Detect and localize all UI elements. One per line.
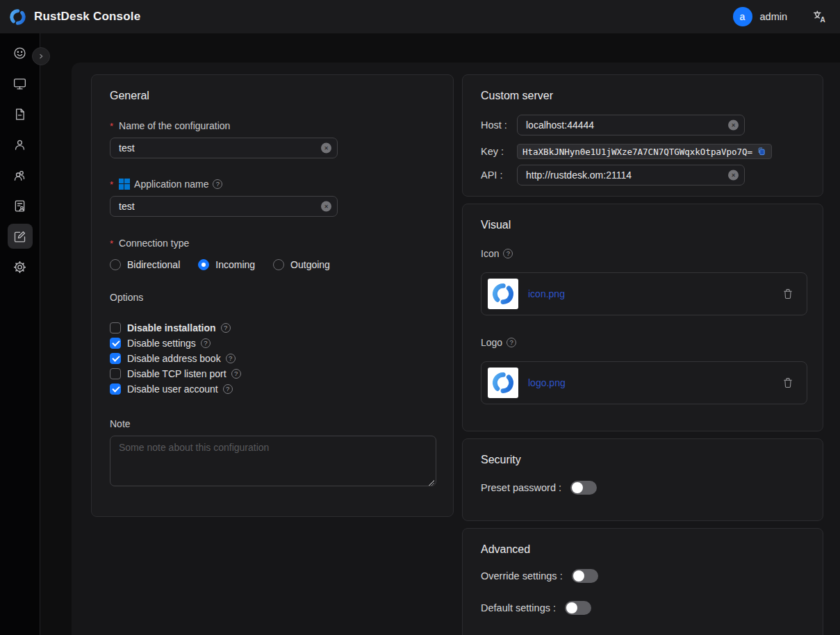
sidebar-item-documents[interactable] <box>8 101 33 126</box>
rustdesk-logo-icon <box>491 281 516 306</box>
options-list: Disable installation ? Disable settings … <box>110 320 435 397</box>
help-icon[interactable]: ? <box>503 249 513 258</box>
help-icon[interactable]: ? <box>213 179 222 189</box>
clear-icon[interactable]: ✕ <box>321 201 331 212</box>
help-icon[interactable]: ? <box>201 338 211 348</box>
visual-card: Visual Icon ? icon.png <box>462 204 823 431</box>
check-disable-installation[interactable]: Disable installation ? <box>110 320 435 336</box>
help-icon[interactable]: ? <box>223 384 233 394</box>
clear-icon[interactable]: ✕ <box>321 143 331 154</box>
radio-bidirectional[interactable]: Bidirectional <box>110 259 180 270</box>
document-user-icon <box>13 199 27 213</box>
radio-dot <box>273 259 284 270</box>
general-card: General Name of the configuration ✕ Appl… <box>91 74 454 517</box>
radio-incoming[interactable]: Incoming <box>198 259 255 270</box>
config-name-input[interactable] <box>110 138 338 158</box>
help-icon[interactable]: ? <box>231 369 241 379</box>
checkbox <box>110 338 121 349</box>
icon-thumbnail <box>488 279 518 309</box>
translate-icon[interactable]: A <box>812 9 827 24</box>
icon-file-box: icon.png <box>481 272 807 315</box>
override-settings-label: Override settings : <box>481 570 563 582</box>
sidebar-item-groups[interactable] <box>8 163 33 188</box>
user-avatar[interactable]: a <box>733 7 752 26</box>
rustdesk-logo-icon <box>491 370 516 395</box>
edit-icon <box>13 229 27 244</box>
gear-icon <box>13 260 27 274</box>
app-name-input[interactable] <box>110 196 338 217</box>
api-input-wrap: ✕ <box>517 165 745 185</box>
rustdesk-logo-icon <box>8 8 27 26</box>
options-label: Options <box>110 291 435 304</box>
override-settings-toggle[interactable] <box>572 569 598 583</box>
toggle-knob <box>572 482 583 493</box>
check-disable-tcp-listen-port[interactable]: Disable TCP listen port ? <box>110 366 435 381</box>
checkbox <box>110 322 121 333</box>
checkbox <box>110 368 121 379</box>
icon-label: Icon ? <box>481 247 805 260</box>
default-settings-toggle[interactable] <box>565 601 591 615</box>
logo-thumbnail <box>488 368 518 398</box>
clear-icon[interactable]: ✕ <box>728 120 739 131</box>
copy-icon[interactable] <box>757 147 766 156</box>
document-icon <box>13 107 27 122</box>
sidebar-item-custom-client[interactable] <box>8 224 33 249</box>
sidebar-item-devices[interactable] <box>8 71 33 96</box>
key-label: Key : <box>481 146 517 157</box>
windows-icon <box>119 179 130 190</box>
logo-file-box: logo.png <box>481 361 807 404</box>
svg-text:A: A <box>820 16 825 24</box>
radio-dot <box>110 259 121 270</box>
sidebar-item-settings[interactable] <box>8 254 33 279</box>
check-disable-user-account[interactable]: Disable user account ? <box>110 381 435 397</box>
user-group-icon <box>13 168 27 183</box>
check-disable-address-book[interactable]: Disable address book ? <box>110 351 435 366</box>
help-icon[interactable]: ? <box>226 354 236 363</box>
sidebar-expand-button[interactable] <box>32 47 50 65</box>
app-name-label: Application name ? <box>110 178 435 190</box>
chevron-right-icon <box>36 51 46 61</box>
logo-file-link[interactable]: logo.png <box>528 377 566 388</box>
trash-icon[interactable] <box>782 377 794 389</box>
note-textarea[interactable] <box>110 436 436 486</box>
advanced-title: Advanced <box>481 543 805 556</box>
radio-outgoing[interactable]: Outgoing <box>273 259 330 270</box>
note-label: Note <box>110 418 435 430</box>
api-input[interactable] <box>517 165 745 185</box>
username[interactable]: admin <box>760 11 788 22</box>
sidebar-item-users[interactable] <box>8 132 33 157</box>
key-value: HtaXBkJNHyn0e1U1jWXze7A7CN7QTGWqxkOtpaVp… <box>522 147 752 157</box>
trash-icon[interactable] <box>782 288 794 300</box>
connection-type-group: Bidirectional Incoming Outgoing <box>110 259 435 270</box>
monitor-icon <box>13 76 27 91</box>
user-icon <box>13 138 27 152</box>
help-icon[interactable]: ? <box>221 323 231 333</box>
smiley-icon <box>13 46 27 60</box>
visual-title: Visual <box>481 218 805 232</box>
host-input-wrap: ✕ <box>517 115 745 135</box>
check-disable-settings[interactable]: Disable settings ? <box>110 336 435 351</box>
security-title: Security <box>481 453 805 467</box>
toggle-knob <box>573 570 584 582</box>
checkbox <box>110 353 121 364</box>
app-name-input-wrap: ✕ <box>110 196 338 217</box>
main-panel: General Name of the configuration ✕ Appl… <box>72 63 840 635</box>
icon-file-link[interactable]: icon.png <box>528 288 565 299</box>
key-chip: HtaXBkJNHyn0e1U1jWXze7A7CN7QTGWqxkOtpaVp… <box>517 144 772 159</box>
general-title: General <box>110 89 435 103</box>
preset-password-toggle[interactable] <box>570 481 597 495</box>
preset-password-label: Preset password : <box>481 482 561 493</box>
host-label: Host : <box>481 119 517 131</box>
sidebar-item-dashboard[interactable] <box>8 40 33 65</box>
config-name-input-wrap: ✕ <box>110 138 338 158</box>
sidebar <box>0 33 40 635</box>
radio-dot <box>198 259 209 270</box>
app-title: RustDesk Console <box>34 10 140 24</box>
help-icon[interactable]: ? <box>507 338 516 347</box>
toggle-knob <box>566 602 577 613</box>
clear-icon[interactable]: ✕ <box>728 170 739 181</box>
top-bar: RustDesk Console a admin A <box>0 0 840 33</box>
host-input[interactable] <box>517 115 745 135</box>
sidebar-item-audit[interactable] <box>8 193 33 218</box>
connection-type-label: Connection type <box>110 237 435 249</box>
